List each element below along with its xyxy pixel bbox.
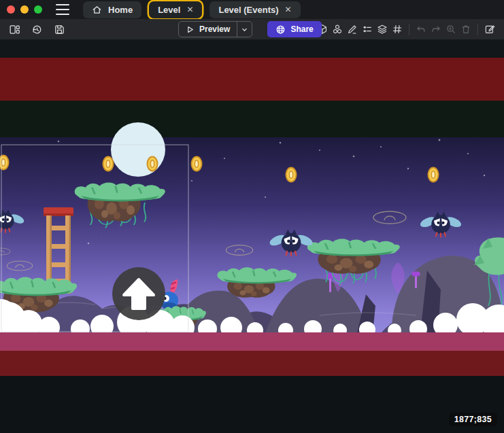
tab-home[interactable]: Home bbox=[83, 1, 141, 18]
tab-label: Level (Events) bbox=[218, 5, 278, 15]
bottom-background bbox=[0, 376, 504, 433]
tab-level[interactable]: Level ✕ bbox=[149, 1, 202, 18]
titlebar: Home Level ✕ Level (Events) ✕ bbox=[0, 0, 504, 19]
home-icon bbox=[92, 5, 102, 15]
scene-canvas-svg[interactable] bbox=[0, 39, 504, 433]
coin[interactable] bbox=[429, 168, 439, 182]
history-icon[interactable] bbox=[29, 21, 44, 37]
instances-list-icon[interactable] bbox=[360, 21, 375, 37]
preview-label: Preview bbox=[199, 24, 230, 34]
traffic-lights bbox=[0, 5, 50, 14]
hamburger-menu-icon[interactable] bbox=[56, 4, 69, 15]
scene-properties-icon[interactable] bbox=[482, 21, 497, 37]
minimize-window-button[interactable] bbox=[20, 5, 29, 14]
top-red-band bbox=[0, 58, 504, 101]
toolbar: Preview Share bbox=[0, 19, 504, 39]
zoom-in-icon[interactable] bbox=[443, 21, 458, 37]
scene-editor-canvas[interactable]: 1877;835 bbox=[0, 39, 504, 433]
toolbar-divider bbox=[409, 24, 409, 35]
save-icon[interactable] bbox=[52, 21, 67, 37]
moon[interactable] bbox=[111, 122, 165, 177]
coin[interactable] bbox=[286, 168, 297, 182]
close-tab-icon[interactable]: ✕ bbox=[186, 5, 193, 14]
delete-icon[interactable] bbox=[458, 21, 473, 37]
play-icon bbox=[186, 25, 195, 34]
dark-strip bbox=[0, 101, 504, 137]
tab-level-events[interactable]: Level (Events) ✕ bbox=[209, 1, 300, 18]
toolbar-right-group bbox=[315, 21, 497, 37]
app-window: Home Level ✕ Level (Events) ✕ bbox=[0, 0, 504, 433]
preview-button[interactable]: Preview bbox=[178, 21, 252, 37]
undo-icon[interactable] bbox=[414, 21, 429, 37]
jump-button-overlay[interactable] bbox=[112, 267, 165, 320]
coin[interactable] bbox=[103, 157, 114, 171]
share-button[interactable]: Share bbox=[267, 21, 321, 37]
maximize-window-button[interactable] bbox=[34, 5, 42, 14]
globe-icon bbox=[275, 24, 286, 35]
grid-icon[interactable] bbox=[390, 21, 405, 37]
preview-dropdown-button[interactable] bbox=[237, 22, 252, 37]
redo-icon[interactable] bbox=[429, 21, 443, 37]
toolbar-divider bbox=[477, 24, 478, 35]
edit-pencil-icon[interactable] bbox=[345, 21, 360, 37]
toolbar-center-group: Preview Share bbox=[178, 21, 322, 37]
close-tab-icon[interactable]: ✕ bbox=[285, 5, 292, 14]
bottom-red-band bbox=[0, 351, 504, 376]
panels-icon[interactable] bbox=[7, 21, 22, 37]
toolbar-left-group bbox=[7, 21, 67, 37]
share-label: Share bbox=[290, 24, 313, 34]
coin[interactable] bbox=[192, 157, 202, 171]
object-groups-icon[interactable] bbox=[330, 21, 345, 37]
chevron-down-icon bbox=[241, 26, 248, 33]
tab-bar: Home Level ✕ Level (Events) ✕ bbox=[83, 0, 301, 19]
tab-label: Home bbox=[108, 5, 133, 15]
layers-icon[interactable] bbox=[375, 21, 390, 37]
pink-band bbox=[0, 332, 504, 351]
coordinates-badge: 1877;835 bbox=[449, 413, 497, 426]
close-window-button[interactable] bbox=[7, 5, 15, 14]
coin[interactable] bbox=[148, 157, 158, 171]
tab-label: Level bbox=[158, 5, 180, 15]
